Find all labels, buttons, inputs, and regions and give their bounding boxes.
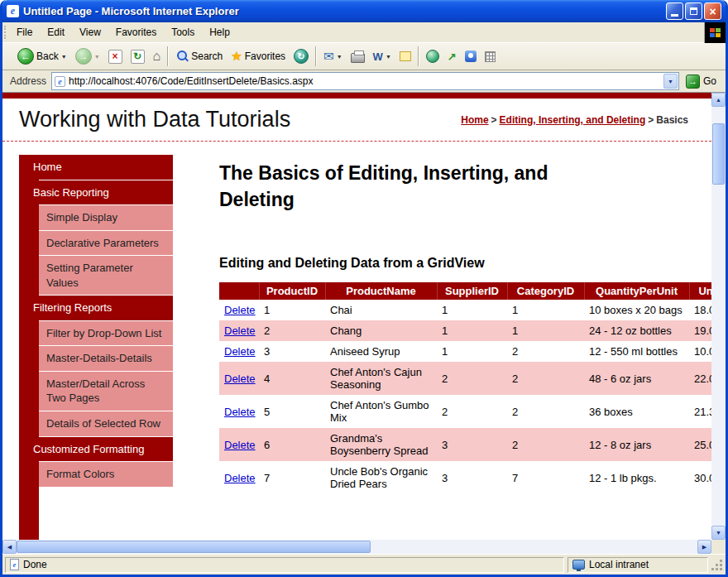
table-row: Delete 2 Chang 1 1 24 - 12 oz bottles 19…	[219, 320, 711, 341]
cell-categoryid: 1	[507, 320, 584, 341]
cell-quantityperunit: 12 - 1 lb pkgs.	[584, 461, 689, 494]
sidebar-item-customized-formatting[interactable]: Customized Formatting	[26, 437, 173, 462]
history-icon: ↻	[294, 49, 309, 64]
refresh-icon: ↻	[131, 50, 145, 64]
header-empty	[219, 282, 259, 300]
breadcrumb-section-link[interactable]: Editing, Inserting, and Deleting	[500, 114, 646, 126]
sidebar-item-setting-parameter-values[interactable]: Setting Parameter Values	[39, 256, 173, 295]
toolbar-grip[interactable]	[4, 26, 7, 39]
sidebar-item-details-of-selected-row[interactable]: Details of Selected Row	[39, 411, 173, 436]
vertical-scroll-thumb[interactable]	[712, 123, 725, 185]
discuss-button[interactable]	[396, 50, 414, 63]
minimize-icon	[671, 14, 678, 17]
menu-view[interactable]: View	[72, 22, 108, 42]
research-button[interactable]	[423, 48, 443, 65]
status-page-icon: e	[10, 559, 19, 570]
refresh-button[interactable]: ↻	[127, 48, 148, 65]
sidebar-item-filtering-reports[interactable]: Filtering Reports	[26, 296, 173, 320]
delete-link[interactable]: Delete	[224, 304, 256, 316]
scroll-up-button[interactable]: ▲	[711, 93, 726, 107]
cell-supplierid: 3	[437, 428, 507, 461]
sidebar-item-format-colors[interactable]: Format Colors	[39, 462, 173, 487]
forward-button[interactable]: → ▼	[72, 46, 103, 66]
mail-button[interactable]: ✉ ▼	[320, 47, 346, 65]
address-input[interactable]	[65, 75, 663, 87]
menu-tools[interactable]: Tools	[164, 22, 202, 42]
menu-file[interactable]: File	[9, 22, 40, 42]
delete-link[interactable]: Delete	[224, 345, 256, 358]
print-button[interactable]	[347, 48, 368, 65]
zone-label: Local intranet	[589, 559, 649, 570]
cell-unitprice: 18.0	[689, 300, 711, 320]
scroll-down-button[interactable]: ▼	[711, 526, 726, 540]
word-edit-icon: W	[373, 50, 383, 63]
cell-productid: 5	[259, 395, 325, 428]
cell-quantityperunit: 12 - 550 ml bottles	[584, 341, 689, 362]
cell-categoryid: 2	[507, 341, 584, 362]
sidebar-item-declarative-parameters[interactable]: Declarative Parameters	[39, 231, 173, 256]
cell-productid: 4	[259, 362, 325, 395]
grid-tool-button[interactable]	[481, 50, 499, 64]
sidebar-nav: Home Basic Reporting Simple Display Decl…	[19, 155, 173, 540]
status-bar: e Done Local intranet	[2, 554, 726, 575]
horizontal-scroll-track[interactable]	[17, 540, 697, 554]
menu-edit[interactable]: Edit	[40, 22, 72, 42]
cell-productname: Chang	[325, 320, 437, 341]
vertical-scroll-track[interactable]	[711, 107, 726, 526]
sidebar-item-basic-reporting[interactable]: Basic Reporting	[26, 180, 173, 205]
search-button[interactable]: Search	[172, 48, 226, 65]
address-dropdown-button[interactable]: ▼	[663, 74, 678, 89]
horizontal-scrollbar[interactable]: ◀ ▶	[2, 540, 711, 554]
horizontal-scroll-thumb[interactable]	[17, 541, 371, 553]
sidebar-item-simple-display[interactable]: Simple Display	[39, 205, 173, 230]
favorites-star-icon: ★	[231, 49, 242, 64]
sidebar-item-filter-by-dropdown-list[interactable]: Filter by Drop-Down List	[39, 321, 173, 346]
vertical-scrollbar[interactable]: ▲ ▼	[711, 93, 726, 540]
cell-productname: Grandma's Boysenberry Spread	[325, 428, 437, 461]
menu-favorites[interactable]: Favorites	[108, 22, 164, 42]
favorites-button[interactable]: ★ Favorites	[228, 47, 289, 65]
table-row: Delete 4 Chef Anton's Cajun Seasoning 2 …	[219, 362, 711, 395]
header-quantityperunit: QuantityPerUnit	[584, 282, 689, 300]
scroll-right-button[interactable]: ▶	[697, 540, 711, 554]
standard-toolbar: ← Back ▼ → ▼ × ↻ ⌂ Search ★ Favorites ↻	[2, 43, 726, 70]
delete-link[interactable]: Delete	[224, 472, 256, 484]
minimize-button[interactable]	[666, 2, 683, 20]
table-row: Delete 7 Uncle Bob's Organic Dried Pears…	[219, 461, 711, 494]
cell-unitprice: 22.0	[689, 362, 711, 395]
resize-grip[interactable]	[711, 558, 723, 571]
breadcrumb: Home>Editing, Inserting, and Deleting>Ba…	[461, 114, 688, 126]
maximize-icon	[690, 7, 697, 15]
cell-quantityperunit: 36 boxes	[584, 395, 689, 428]
stop-button[interactable]: ×	[105, 48, 126, 65]
delete-link[interactable]: Delete	[224, 373, 256, 385]
header-categoryid: CategoryID	[507, 282, 584, 300]
history-button[interactable]: ↻	[290, 47, 312, 65]
close-button[interactable]: ×	[704, 2, 721, 20]
menu-help[interactable]: Help	[202, 22, 237, 42]
go-button[interactable]: → Go	[684, 74, 721, 89]
sidebar-rail	[19, 155, 39, 540]
print-icon	[351, 53, 365, 63]
chevron-down-icon: ▼	[386, 54, 391, 60]
grid-icon	[485, 51, 496, 62]
address-label: Address	[7, 75, 46, 87]
messenger-button[interactable]	[462, 49, 480, 64]
browser-window: e Untitled Page - Microsoft Internet Exp…	[0, 0, 728, 577]
launch-button[interactable]: ↗	[444, 49, 460, 65]
breadcrumb-home-link[interactable]: Home	[461, 114, 488, 126]
delete-link[interactable]: Delete	[224, 406, 256, 418]
sidebar-item-master-details-details[interactable]: Master-Details-Details	[39, 346, 173, 371]
sidebar-item-home[interactable]: Home	[26, 155, 173, 180]
scroll-left-button[interactable]: ◀	[2, 540, 17, 554]
home-button[interactable]: ⌂	[150, 48, 165, 65]
page-title: The Basics of Editing, Inserting, and De…	[219, 160, 616, 213]
delete-link[interactable]: Delete	[224, 325, 256, 337]
sidebar-item-master-detail-two-pages[interactable]: Master/Detail Across Two Pages	[39, 372, 173, 411]
edit-button[interactable]: W ▼	[370, 49, 395, 65]
stop-icon: ×	[108, 50, 122, 64]
back-button[interactable]: ← Back ▼	[14, 46, 70, 66]
delete-link[interactable]: Delete	[224, 439, 256, 451]
cell-supplierid: 3	[437, 461, 507, 494]
maximize-button[interactable]	[685, 2, 702, 20]
